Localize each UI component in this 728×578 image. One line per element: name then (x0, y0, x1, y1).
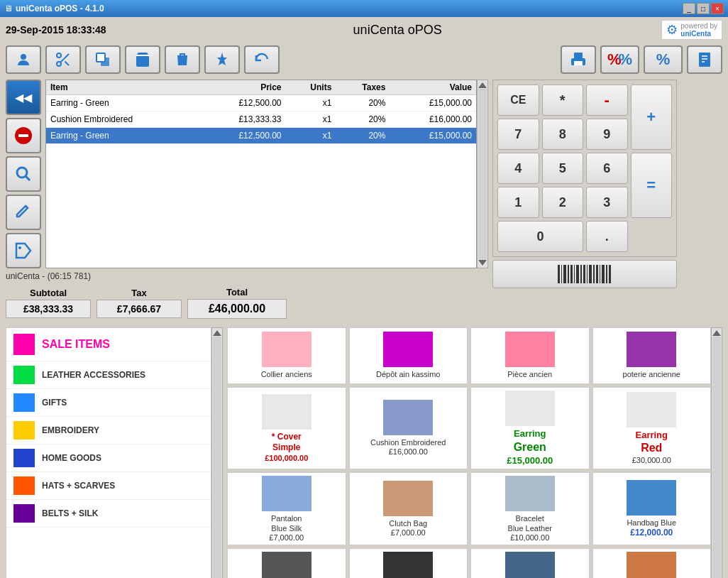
key-2[interactable]: 2 (542, 187, 584, 218)
key-9[interactable]: 9 (586, 119, 628, 150)
app-title: uniCenta oPOS (133, 23, 661, 38)
delete-button[interactable] (165, 45, 200, 74)
key-5[interactable]: 5 (542, 153, 584, 184)
collapse-button[interactable]: ◀◀ (6, 80, 41, 115)
product-card[interactable]: poterie ancienne (592, 327, 712, 384)
product-card[interactable]: EarringRed £30,000.00 (592, 387, 712, 469)
cell-item: Cushion Embroidered (46, 111, 199, 128)
scissors-button[interactable] (45, 45, 81, 74)
discount2-button[interactable]: % (644, 45, 683, 74)
product-card[interactable]: Morceau palistien £12,000.00 (592, 548, 712, 578)
product-swatch (262, 332, 311, 367)
equals-button[interactable]: = (631, 153, 673, 218)
product-card[interactable]: * CoverSimple £100,000.00 (227, 387, 346, 469)
product-card[interactable]: Dépôt ain kassimo (349, 327, 468, 384)
product-card[interactable]: Collier anciens (227, 327, 346, 384)
cat-scroll-up[interactable] (213, 330, 221, 336)
product-price: £7,000.00 (269, 533, 304, 542)
key-6[interactable]: 6 (586, 153, 628, 184)
svg-rect-32 (600, 265, 600, 283)
product-swatch (383, 332, 433, 367)
key-7[interactable]: 7 (497, 119, 539, 150)
remove-item-button[interactable] (6, 118, 41, 153)
product-card[interactable]: BraceletBlue Leather £10,000.00 (470, 472, 590, 546)
scroll-track (478, 89, 487, 259)
product-price: £30,000.00 (632, 456, 671, 464)
category-item[interactable]: HOME GOODS (6, 445, 211, 472)
customer-button[interactable] (6, 45, 41, 74)
categories-scrollbar[interactable] (211, 327, 223, 578)
discount1-button[interactable]: % % (600, 45, 639, 74)
minimize-button[interactable]: _ (683, 3, 695, 14)
key-3[interactable]: 3 (586, 187, 628, 218)
product-card[interactable]: PantalonBlue Silk £7,000.00 (227, 472, 346, 546)
search-button[interactable] (6, 156, 41, 192)
product-card[interactable]: Handbag Blue £12,000.00 (592, 472, 712, 546)
minus-button[interactable]: - (586, 84, 628, 116)
copy-button[interactable] (85, 45, 121, 74)
svg-rect-27 (583, 265, 585, 283)
logo-icon: ⚙ (666, 22, 678, 38)
barcode-button[interactable] (492, 260, 677, 288)
svg-rect-8 (574, 53, 583, 58)
pin-button[interactable] (204, 45, 240, 74)
table-row[interactable]: Earring - Green £12,500.00 x1 20% £15,00… (46, 95, 476, 111)
sale-items-header[interactable]: SALE ITEMS (6, 328, 211, 361)
product-card[interactable]: EarringGreen £15,000.00 (470, 387, 590, 469)
svg-rect-23 (570, 265, 573, 283)
svg-rect-30 (593, 265, 595, 283)
products-wrapper: Collier anciens Dépôt ain kassimo Pièce … (227, 327, 722, 578)
order-table: Item Price Units Taxes Value Earring - G… (46, 80, 476, 144)
product-image (627, 480, 676, 516)
table-row[interactable]: Earring - Green £12,500.00 x1 20% £15,00… (46, 128, 476, 144)
ce-button[interactable]: CE (497, 84, 539, 116)
col-taxes: Taxes (336, 80, 390, 95)
category-item[interactable]: EMBROIDERY (6, 417, 211, 445)
product-card[interactable]: Clutch Bag £7,000.00 (349, 472, 468, 546)
product-card[interactable]: Cushion Embroidered £16,000.00 (349, 387, 468, 469)
edit-button[interactable] (6, 195, 41, 230)
table-row[interactable]: Cushion Embroidered £13,333.33 x1 20% £1… (46, 111, 476, 128)
svg-point-18 (18, 246, 21, 249)
product-image (505, 552, 555, 578)
category-name: GIFTS (42, 398, 67, 408)
key-8[interactable]: 8 (542, 119, 584, 150)
svg-rect-20 (561, 265, 562, 283)
products-scrollbar[interactable] (711, 327, 722, 578)
product-image (505, 391, 555, 426)
cell-units: x1 (286, 95, 336, 111)
product-card[interactable]: Gilet velours brodé £24,000.00 (227, 548, 346, 578)
key-1[interactable]: 1 (497, 187, 539, 218)
key-0[interactable]: 0 (497, 221, 583, 252)
product-card[interactable]: Pièce ancien (470, 327, 590, 384)
scroll-down-arrow[interactable] (478, 260, 487, 266)
category-item[interactable]: BELTS + SILK (6, 500, 211, 528)
maximize-button[interactable]: □ (697, 3, 710, 14)
plus-button[interactable]: + (631, 84, 673, 150)
tag-button[interactable] (6, 233, 41, 268)
category-color (13, 476, 35, 495)
prod-scroll-up[interactable] (712, 330, 721, 336)
key-dot[interactable]: . (586, 221, 628, 252)
close-button[interactable]: × (711, 3, 724, 14)
category-color (13, 449, 35, 467)
tax-label: Tax (131, 288, 146, 298)
logo-text: powered byuniCenta (680, 22, 717, 38)
category-item[interactable]: GIFTS (6, 389, 211, 417)
refresh-button[interactable] (244, 45, 280, 74)
receipt-button[interactable] (687, 45, 722, 74)
order-scrollbar[interactable] (477, 80, 488, 268)
category-item[interactable]: LEATHER ACCESSORIES (6, 361, 211, 389)
svg-rect-26 (580, 265, 582, 283)
product-card[interactable]: Mharma chale broderie £24,000.00 (470, 548, 590, 578)
multiply-button[interactable]: * (542, 84, 584, 116)
product-price: £100,000.00 (265, 454, 308, 462)
cart-button[interactable] (125, 45, 160, 74)
print-button[interactable] (561, 45, 596, 74)
product-swatch (627, 332, 676, 367)
product-card[interactable]: Hayek en soie £27,000.00 (349, 548, 468, 578)
total-col: Total £46,000.00 (187, 287, 287, 319)
category-item[interactable]: HATS + SCARVES (6, 472, 211, 500)
key-4[interactable]: 4 (497, 153, 539, 184)
scroll-up-arrow[interactable] (478, 82, 487, 88)
